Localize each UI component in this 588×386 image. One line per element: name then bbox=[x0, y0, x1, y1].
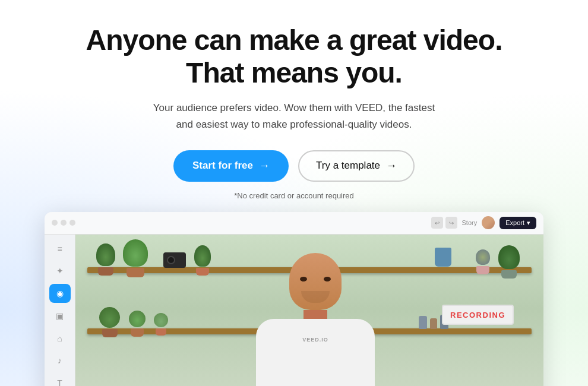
chevron-icon: ▾ bbox=[527, 219, 530, 227]
plant-upper-1 bbox=[96, 243, 115, 276]
start-free-button[interactable]: Start for free → bbox=[173, 150, 289, 182]
topbar-nav: ↩ ↪ bbox=[431, 217, 457, 229]
pink-pot bbox=[476, 249, 490, 274]
user-avatar bbox=[482, 216, 495, 229]
recording-sign-wrapper: RECORDING bbox=[442, 305, 514, 325]
editor-body: ≡ ✦ ◉ ▣ ⌂ ♪ T ⬛ bbox=[45, 235, 543, 386]
camera-item bbox=[163, 252, 186, 268]
plant-lower-2 bbox=[129, 311, 146, 337]
editor-topbar: ↩ ↪ Story Export ▾ bbox=[45, 212, 543, 235]
editor-sidebar: ≡ ✦ ◉ ▣ ⌂ ♪ T ⬛ bbox=[45, 235, 75, 386]
export-button[interactable]: Export ▾ bbox=[500, 217, 536, 229]
main-headline: Anyone can make a great video. That mean… bbox=[86, 24, 502, 89]
dot-3 bbox=[69, 220, 75, 226]
sidebar-audio-icon[interactable]: ♪ bbox=[49, 352, 71, 371]
plant-lower-3 bbox=[154, 313, 168, 336]
undo-button[interactable]: ↩ bbox=[431, 217, 443, 229]
hero-section: Anyone can make a great video. That mean… bbox=[0, 0, 588, 386]
redo-button[interactable]: ↪ bbox=[445, 217, 457, 229]
no-credit-note: *No credit card or account required bbox=[234, 191, 354, 200]
presenter-person: VEED.IO bbox=[256, 253, 375, 386]
plant-lower-1 bbox=[99, 307, 120, 337]
plant-upper-2 bbox=[123, 239, 148, 277]
try-template-button[interactable]: Try a template → bbox=[298, 150, 415, 182]
subheadline: Your audience prefers video. Wow them wi… bbox=[151, 100, 437, 132]
editor-mockup: ↩ ↪ Story Export ▾ ≡ ✦ ◉ ▣ ⌂ ♪ T bbox=[45, 212, 543, 386]
story-label: Story bbox=[462, 219, 478, 226]
editor-video-area: RECORDING bbox=[75, 235, 543, 386]
window-dots bbox=[52, 220, 75, 226]
sidebar-subtitle-icon[interactable]: T bbox=[49, 374, 71, 386]
shirt-text: VEED.IO bbox=[302, 337, 328, 343]
arrow-right-icon: → bbox=[259, 160, 270, 172]
sidebar-active-icon[interactable]: ◉ bbox=[49, 284, 71, 303]
sidebar-home-icon[interactable]: ⌂ bbox=[49, 329, 71, 348]
sidebar-menu-icon[interactable]: ≡ bbox=[49, 239, 71, 258]
arrow-right-icon-secondary: → bbox=[386, 160, 397, 172]
sidebar-text-icon[interactable]: ▣ bbox=[49, 306, 71, 325]
recording-text: RECORDING bbox=[450, 311, 505, 319]
topbar-right: ↩ ↪ Story Export ▾ bbox=[431, 216, 536, 229]
plant-upper-3 bbox=[194, 245, 211, 276]
dot-2 bbox=[61, 220, 67, 226]
mug-item bbox=[435, 248, 451, 267]
sidebar-media-icon[interactable]: ✦ bbox=[49, 262, 71, 281]
video-content: RECORDING bbox=[75, 235, 543, 386]
cta-buttons-row: Start for free → Try a template → bbox=[173, 150, 415, 182]
dot-1 bbox=[52, 220, 58, 226]
plant-upper-right bbox=[498, 245, 520, 279]
